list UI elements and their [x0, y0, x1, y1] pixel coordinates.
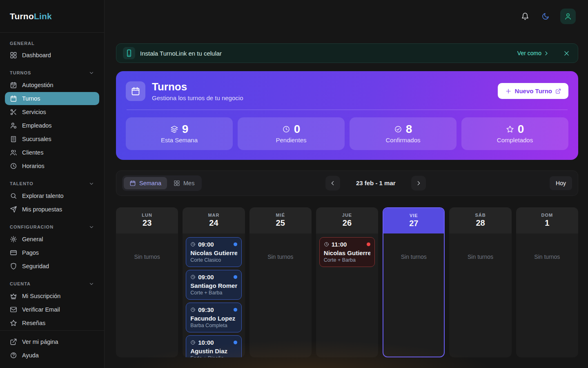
calendar-icon [129, 180, 136, 186]
view-month-button[interactable]: Mes [168, 177, 200, 189]
today-button[interactable]: Hoy [550, 176, 572, 190]
day-name-label: DOM [541, 213, 553, 218]
sidebar-item-label: Sucursales [22, 136, 51, 142]
sidebar-item-mi-suscripcion[interactable]: Mi Suscripción [5, 289, 99, 303]
stat-value: 0 [518, 123, 524, 135]
week-calendar: LUN23Sin turnosMAR2409:00Nicolas Gutierr… [116, 207, 578, 357]
sidebar-section-header-cuenta[interactable]: CUENTA [5, 277, 99, 289]
sidebar-item-label: Verificar Email [22, 306, 60, 313]
appointment-card[interactable]: 09:00Santiago RomeroCorte + Barba [186, 270, 241, 300]
sidebar-section-header-turnos[interactable]: TURNOS [5, 66, 99, 78]
stats-row: 9Esta Semana0Pendientes8Confirmados0Comp… [126, 117, 568, 150]
banner-action-button[interactable]: Ver como [517, 50, 549, 56]
appointment-card[interactable]: 09:00Nicolas GutierrezCorte Clasico [186, 237, 241, 267]
sidebar-item-label: Pagos [22, 249, 39, 256]
gear-icon [10, 236, 17, 243]
sidebar-item-horarios[interactable]: Horarios [5, 159, 99, 173]
star-icon [506, 125, 514, 133]
account-button[interactable] [560, 9, 576, 24]
notifications-button[interactable] [519, 11, 531, 22]
sidebar-item-resenas[interactable]: Reseñas [5, 316, 99, 330]
chevron-down-icon [89, 281, 94, 287]
crown-icon [10, 292, 17, 300]
close-icon [563, 50, 570, 57]
star-icon [10, 319, 17, 327]
day-number-label: 25 [276, 218, 285, 228]
appointment-service: Fade + Diseño [190, 355, 237, 357]
banner-text: Instala TurnoLink en tu celular [140, 50, 512, 57]
day-number-label: 23 [143, 218, 151, 228]
sidebar-section-talento: TALENTOExplorar talentoMis propuestas [5, 177, 99, 216]
day-column-dom: DOM1Sin turnos [516, 207, 578, 357]
day-body: Sin turnos [383, 233, 444, 357]
appointment-time: 09:00 [198, 274, 231, 280]
no-appointments-label: Sin turnos [452, 254, 508, 260]
no-appointments-label: Sin turnos [387, 254, 441, 260]
appointment-time: 10:00 [198, 339, 231, 346]
status-dot-icon [367, 242, 370, 246]
sidebar-item-verificar-email[interactable]: Verificar Email [5, 303, 99, 316]
sidebar-section-header-configuracion[interactable]: CONFIGURACION [5, 220, 99, 232]
day-header: MAR24 [183, 207, 245, 233]
sidebar-item-autogestion[interactable]: Autogestión [5, 79, 99, 92]
sidebar-item-general[interactable]: General [5, 233, 99, 246]
sidebar-item-mis-propuestas[interactable]: Mis propuestas [5, 203, 99, 216]
appointment-card[interactable]: 11:00Nicolas GutierrezCorte + Barba [319, 237, 375, 267]
sidebar-section-general: GENERALDashboard [5, 37, 99, 62]
install-banner: Instala TurnoLink en tu celular Ver como [116, 43, 578, 63]
stat-top: 9 [170, 123, 189, 135]
sidebar-item-servicios[interactable]: Servicios [5, 105, 99, 119]
appointment-header: 09:30 [190, 306, 237, 313]
day-column-sab: SÁB28Sin turnos [449, 207, 511, 357]
prev-week-button[interactable] [325, 176, 340, 191]
appointment-service: Corte + Barba [324, 257, 370, 263]
sidebar-item-label: Mi Suscripción [22, 293, 60, 299]
shield-icon [10, 263, 17, 270]
bell-icon [521, 12, 529, 20]
next-week-button[interactable] [411, 176, 426, 191]
appointment-client-name: Nicolas Gutierrez [324, 249, 370, 256]
appointment-card[interactable]: 10:00Agustin DiazFade + Diseño [186, 335, 241, 357]
sidebar-item-explorar-talento[interactable]: Explorar talento [5, 189, 99, 202]
sidebar-item-empleados[interactable]: Empleados [5, 119, 99, 132]
sidebar-item-seguridad[interactable]: Seguridad [5, 260, 99, 273]
send-icon [10, 206, 17, 213]
appointment-card[interactable]: 09:30Facundo LopezBarba Completa [186, 303, 241, 332]
status-dot-icon [234, 308, 237, 312]
brand-first: Turno [10, 11, 34, 21]
chevron-right-icon [543, 50, 549, 56]
sidebar: TurnoLink GENERALDashboardTURNOSAutogest… [0, 0, 105, 368]
check-circle-icon [394, 125, 402, 133]
sidebar-item-turnos[interactable]: Turnos [5, 92, 99, 105]
logo: TurnoLink [0, 0, 104, 33]
sidebar-nav: GENERALDashboardTURNOSAutogestiónTurnosS… [0, 33, 104, 330]
sidebar-item-clientes[interactable]: Clientes [5, 146, 99, 159]
sidebar-item-pagos[interactable]: Pagos [5, 246, 99, 259]
chevron-down-icon [89, 70, 94, 76]
sidebar-item-sucursales[interactable]: Sucursales [5, 132, 99, 146]
sidebar-section-header-talento[interactable]: TALENTO [5, 177, 99, 189]
banner-close-button[interactable] [561, 48, 571, 58]
page-subtitle: Gestiona los turnos de tu negocio [152, 94, 491, 101]
appointment-header: 09:00 [190, 274, 237, 280]
sidebar-section-configuracion: CONFIGURACIONGeneralPagosSeguridad [5, 220, 99, 273]
sidebar-item-label: General [22, 236, 43, 242]
sidebar-item-label: Reseñas [22, 320, 45, 326]
day-name-label: MIÉ [276, 213, 285, 218]
stat-card-confirmados: 8Confirmados [350, 117, 457, 150]
plus-icon [505, 88, 512, 94]
theme-toggle-button[interactable] [540, 11, 551, 22]
sidebar-item-ayuda[interactable]: Ayuda [5, 349, 99, 362]
new-turno-button[interactable]: Nuevo Turno [498, 83, 568, 99]
clock-icon [190, 242, 196, 247]
day-header: LUN23 [116, 207, 178, 233]
topbar [105, 0, 588, 33]
sidebar-item-dashboard[interactable]: Dashboard [5, 49, 99, 62]
day-body: Sin turnos [516, 233, 578, 357]
stat-label: Completados [497, 137, 533, 144]
sidebar-item-ver-mi-pagina[interactable]: Ver mi página [5, 335, 99, 348]
clock-icon [190, 307, 196, 312]
view-week-button[interactable]: Semana [124, 177, 167, 189]
chevron-down-icon [89, 224, 94, 230]
sidebar-item-label: Explorar talento [22, 193, 64, 199]
